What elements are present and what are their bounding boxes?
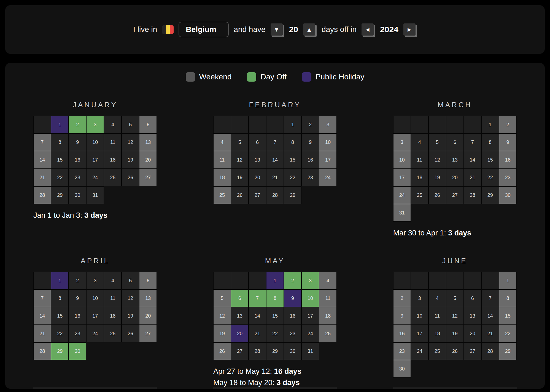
day-cell[interactable]: 19 (122, 151, 139, 169)
day-cell[interactable]: 4 (104, 272, 122, 289)
day-cell[interactable]: 9 (69, 133, 86, 151)
day-cell[interactable]: 31 (301, 342, 319, 360)
day-cell[interactable]: 29 (284, 186, 301, 204)
day-cell[interactable]: 14 (464, 151, 481, 169)
day-cell[interactable]: 13 (464, 307, 481, 325)
day-cell[interactable]: 19 (428, 169, 446, 186)
day-cell[interactable]: 18 (319, 307, 337, 325)
day-cell[interactable]: 11 (411, 151, 428, 169)
day-cell[interactable]: 24 (411, 342, 428, 360)
day-cell[interactable]: 7 (249, 289, 266, 307)
day-cell[interactable]: 15 (284, 151, 301, 169)
day-cell[interactable]: 31 (393, 204, 411, 222)
day-cell[interactable]: 11 (428, 307, 446, 325)
day-cell[interactable]: 24 (319, 169, 337, 186)
day-cell[interactable]: 3 (301, 272, 319, 289)
day-cell[interactable]: 28 (464, 186, 481, 204)
increase-days-button[interactable]: ▲ (303, 23, 315, 36)
day-cell[interactable]: 26 (446, 342, 464, 360)
day-cell[interactable]: 10 (86, 289, 104, 307)
day-cell[interactable]: 27 (139, 169, 157, 186)
day-cell[interactable]: 8 (266, 289, 284, 307)
day-cell[interactable]: 25 (104, 169, 122, 186)
day-cell[interactable]: 8 (51, 133, 69, 151)
day-cell[interactable]: 13 (231, 307, 249, 325)
day-cell[interactable]: 16 (69, 307, 86, 325)
day-cell[interactable]: 8 (481, 133, 499, 151)
day-cell[interactable]: 23 (393, 342, 411, 360)
day-cell[interactable]: 23 (284, 325, 301, 342)
day-cell[interactable]: 20 (139, 307, 157, 325)
day-cell[interactable]: 16 (69, 151, 86, 169)
day-cell[interactable]: 10 (411, 307, 428, 325)
day-cell[interactable]: 4 (428, 289, 446, 307)
day-cell[interactable]: 12 (446, 307, 464, 325)
day-cell[interactable]: 4 (104, 116, 122, 133)
day-cell[interactable]: 21 (481, 325, 499, 342)
decrease-days-button[interactable]: ▼ (271, 23, 283, 36)
day-cell[interactable]: 6 (139, 272, 157, 289)
day-cell[interactable]: 27 (464, 342, 481, 360)
day-cell[interactable]: 16 (284, 307, 301, 325)
day-cell[interactable]: 8 (284, 133, 301, 151)
day-cell[interactable]: 3 (86, 116, 104, 133)
day-cell[interactable]: 18 (104, 151, 122, 169)
day-cell[interactable]: 1 (51, 272, 69, 289)
day-cell[interactable]: 1 (284, 116, 301, 133)
day-cell[interactable]: 20 (231, 325, 249, 342)
day-cell[interactable]: 22 (499, 325, 517, 342)
day-cell[interactable]: 5 (446, 289, 464, 307)
day-cell[interactable]: 20 (464, 325, 481, 342)
day-cell[interactable]: 17 (411, 325, 428, 342)
day-cell[interactable]: 24 (86, 325, 104, 342)
day-cell[interactable]: 15 (481, 151, 499, 169)
day-cell[interactable]: 28 (33, 342, 51, 360)
day-cell[interactable]: 17 (301, 307, 319, 325)
day-cell[interactable]: 15 (51, 151, 69, 169)
day-cell[interactable]: 1 (481, 116, 499, 133)
day-cell[interactable]: 14 (33, 307, 51, 325)
day-cell[interactable]: 27 (249, 186, 266, 204)
day-cell[interactable]: 23 (499, 169, 517, 186)
day-cell[interactable]: 14 (249, 307, 266, 325)
day-cell[interactable]: 3 (86, 272, 104, 289)
day-cell[interactable]: 5 (122, 116, 139, 133)
day-cell[interactable]: 27 (231, 342, 249, 360)
day-cell[interactable]: 15 (51, 307, 69, 325)
day-cell[interactable]: 26 (428, 186, 446, 204)
day-cell[interactable]: 21 (249, 325, 266, 342)
day-cell[interactable]: 24 (301, 325, 319, 342)
day-cell[interactable]: 27 (446, 186, 464, 204)
day-cell[interactable]: 30 (393, 360, 411, 378)
day-cell[interactable]: 10 (319, 133, 337, 151)
day-cell[interactable]: 28 (481, 342, 499, 360)
day-cell[interactable]: 9 (393, 307, 411, 325)
day-cell[interactable]: 22 (51, 169, 69, 186)
day-cell[interactable]: 3 (319, 116, 337, 133)
day-cell[interactable]: 29 (51, 186, 69, 204)
day-cell[interactable]: 26 (213, 342, 231, 360)
day-cell[interactable]: 6 (446, 133, 464, 151)
day-cell[interactable]: 28 (33, 186, 51, 204)
day-cell[interactable]: 19 (122, 307, 139, 325)
day-cell[interactable]: 25 (428, 342, 446, 360)
day-cell[interactable]: 15 (266, 307, 284, 325)
day-cell[interactable]: 21 (464, 169, 481, 186)
day-cell[interactable]: 7 (33, 133, 51, 151)
day-cell[interactable]: 8 (51, 289, 69, 307)
day-cell[interactable]: 2 (499, 116, 517, 133)
day-cell[interactable]: 22 (51, 325, 69, 342)
day-cell[interactable]: 27 (139, 325, 157, 342)
day-cell[interactable]: 24 (393, 186, 411, 204)
day-cell[interactable]: 11 (213, 151, 231, 169)
day-cell[interactable]: 6 (139, 116, 157, 133)
country-input[interactable] (179, 22, 229, 37)
day-cell[interactable]: 26 (231, 186, 249, 204)
day-cell[interactable]: 12 (428, 151, 446, 169)
day-cell[interactable]: 28 (249, 342, 266, 360)
day-cell[interactable]: 28 (266, 186, 284, 204)
day-cell[interactable]: 30 (499, 186, 517, 204)
day-cell[interactable]: 18 (428, 325, 446, 342)
day-cell[interactable]: 29 (51, 342, 69, 360)
day-cell[interactable]: 9 (69, 289, 86, 307)
